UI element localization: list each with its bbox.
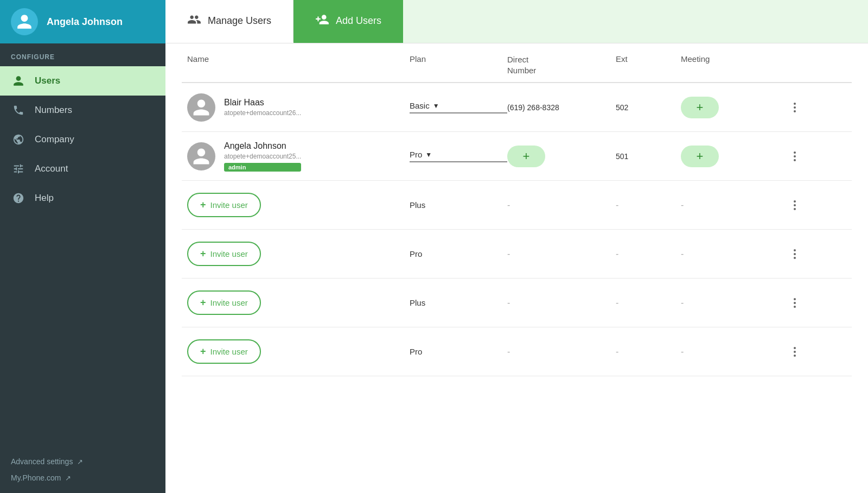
- dot: [794, 103, 796, 105]
- sidebar-item-help-label: Help: [35, 193, 54, 204]
- add-users-label: Add Users: [336, 15, 381, 27]
- user-email: atopete+demoaccount25...: [224, 153, 301, 160]
- plan-cell: Pro ▼: [410, 150, 507, 162]
- ext-value: 501: [616, 152, 628, 161]
- invite-cell[interactable]: + Invite user: [182, 339, 410, 364]
- user-info: Blair Haas atopete+demoaccount26...: [224, 98, 301, 117]
- meeting-cell[interactable]: +: [681, 146, 789, 167]
- sidebar-item-company-label: Company: [35, 134, 74, 145]
- dash: -: [507, 249, 510, 258]
- invite-user-button[interactable]: + Invite user: [187, 290, 261, 315]
- more-options-button[interactable]: [789, 98, 800, 117]
- dot: [794, 347, 796, 349]
- actions-cell[interactable]: [789, 147, 822, 166]
- add-meeting-button[interactable]: +: [681, 97, 719, 118]
- invite-user-button[interactable]: + Invite user: [187, 339, 261, 364]
- actions-cell[interactable]: [789, 196, 822, 214]
- user-cell: Blair Haas atopete+demoaccount26...: [182, 93, 410, 122]
- plus-icon: +: [200, 248, 206, 260]
- ext-value: 502: [616, 103, 628, 112]
- sidebar-item-account-label: Account: [35, 163, 68, 174]
- col-header-direct-number: Direct Number: [507, 54, 616, 75]
- dot: [794, 253, 796, 255]
- invite-cell[interactable]: + Invite user: [182, 242, 410, 266]
- dot: [794, 106, 796, 109]
- plan-selector[interactable]: Basic ▼: [410, 101, 507, 113]
- tab-manage-users[interactable]: Manage Users: [165, 0, 293, 43]
- sidebar-item-help[interactable]: Help: [0, 184, 165, 213]
- external-link-icon-2: ↗: [65, 474, 71, 482]
- dot: [794, 249, 796, 251]
- plan-value: Pro: [410, 150, 422, 159]
- more-options-button[interactable]: [789, 245, 800, 263]
- my-phone-link[interactable]: My.Phone.com ↗: [11, 473, 155, 482]
- dot: [794, 257, 796, 259]
- topbar-spacer: [403, 0, 868, 43]
- invite-user-button[interactable]: + Invite user: [187, 242, 261, 266]
- users-table: Name Plan Direct Number Ext Meeting Blai…: [165, 43, 868, 493]
- meeting-cell[interactable]: +: [681, 97, 789, 118]
- invite-label: Invite user: [210, 298, 248, 307]
- more-options-button[interactable]: [789, 147, 800, 166]
- table-row: + Invite user Plus - - -: [182, 279, 852, 327]
- plan-cell: Pro: [410, 347, 507, 357]
- invite-user-button[interactable]: + Invite user: [187, 193, 261, 217]
- plan-value: Basic: [410, 101, 430, 110]
- sidebar-item-company[interactable]: Company: [0, 125, 165, 154]
- table-header: Name Plan Direct Number Ext Meeting: [182, 43, 852, 83]
- actions-cell[interactable]: [789, 98, 822, 117]
- help-icon: [11, 192, 26, 204]
- sidebar-header: Angela Johnson: [0, 0, 165, 43]
- ext-cell: -: [616, 298, 681, 308]
- dash: -: [616, 249, 618, 258]
- ext-cell: -: [616, 249, 681, 259]
- sidebar-item-numbers[interactable]: Numbers: [0, 96, 165, 125]
- col-header-ext: Ext: [616, 54, 681, 75]
- topbar: Manage Users Add Users: [165, 0, 868, 43]
- dot: [794, 110, 796, 112]
- col-header-plan: Plan: [410, 54, 507, 75]
- meeting-cell: -: [681, 298, 789, 308]
- more-options-button[interactable]: [789, 196, 800, 214]
- actions-cell[interactable]: [789, 343, 822, 361]
- table-row: + Invite user Pro - - -: [182, 327, 852, 376]
- direct-number-cell[interactable]: +: [507, 146, 616, 167]
- dropdown-arrow-icon: ▼: [425, 151, 432, 159]
- add-users-icon: [315, 12, 329, 29]
- invite-label: Invite user: [210, 200, 248, 210]
- dropdown-arrow-icon: ▼: [433, 102, 439, 110]
- sidebar-bottom: Advanced settings ↗ My.Phone.com ↗: [0, 446, 165, 493]
- plus-icon: +: [200, 297, 206, 308]
- sidebar: Angela Johnson CONFIGURE Users Numbers C…: [0, 0, 165, 493]
- sidebar-item-account[interactable]: Account: [0, 154, 165, 184]
- col-header-meeting: Meeting: [681, 54, 789, 75]
- plan-selector[interactable]: Pro ▼: [410, 150, 507, 162]
- actions-cell[interactable]: [789, 294, 822, 312]
- tab-add-users[interactable]: Add Users: [293, 0, 403, 43]
- col-header-actions: [789, 54, 822, 75]
- settings-icon: [11, 163, 26, 175]
- more-options-button[interactable]: [789, 294, 800, 312]
- invite-cell[interactable]: + Invite user: [182, 193, 410, 217]
- sidebar-item-users[interactable]: Users: [0, 66, 165, 96]
- avatar: [187, 93, 215, 122]
- add-meeting-button[interactable]: +: [681, 146, 719, 167]
- plan-cell: Basic ▼: [410, 101, 507, 113]
- configure-label: CONFIGURE: [0, 43, 165, 66]
- ext-cell: 501: [616, 151, 681, 161]
- invite-cell[interactable]: + Invite user: [182, 290, 410, 315]
- add-direct-number-button[interactable]: +: [507, 146, 545, 167]
- more-options-button[interactable]: [789, 343, 800, 361]
- dot: [794, 306, 796, 308]
- dash: -: [616, 347, 618, 356]
- direct-number-cell: -: [507, 347, 616, 357]
- plan-cell: Plus: [410, 200, 507, 210]
- plan-cell: Pro: [410, 249, 507, 259]
- dot: [794, 355, 796, 357]
- advanced-settings-link[interactable]: Advanced settings ↗: [11, 457, 155, 466]
- actions-cell[interactable]: [789, 245, 822, 263]
- admin-badge: admin: [224, 163, 301, 172]
- manage-users-icon: [187, 12, 201, 29]
- table-row: Blair Haas atopete+demoaccount26... Basi…: [182, 83, 852, 132]
- dash: -: [616, 200, 618, 210]
